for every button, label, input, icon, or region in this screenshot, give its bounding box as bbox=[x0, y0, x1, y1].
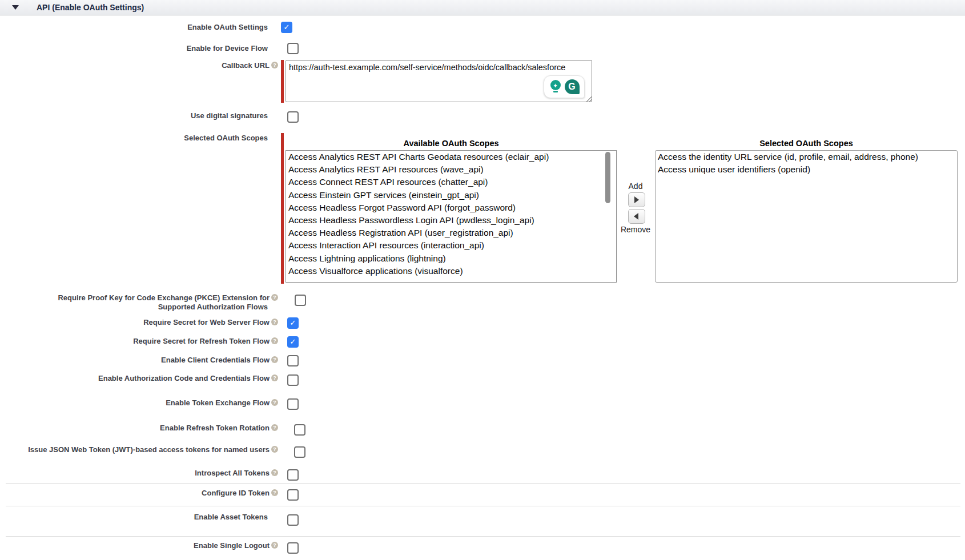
scope-option[interactable]: Access Interaction API resources (intera… bbox=[286, 239, 616, 252]
arrow-right-icon bbox=[634, 196, 639, 203]
grammarly-g-icon[interactable]: G bbox=[565, 79, 580, 94]
scope-option[interactable]: Access Lightning applications (lightning… bbox=[286, 252, 616, 265]
web-server-secret-checkbox[interactable] bbox=[287, 317, 299, 329]
add-scope-button[interactable] bbox=[628, 192, 645, 207]
help-icon[interactable] bbox=[271, 542, 278, 549]
section-title: API (Enable OAuth Settings) bbox=[37, 3, 144, 12]
scope-option[interactable]: Access Headless Registration API (user_r… bbox=[286, 227, 616, 239]
auth-code-creds-checkbox[interactable] bbox=[287, 374, 299, 386]
pkce-label: Require Proof Key for Code Exchange (PKC… bbox=[0, 293, 278, 311]
enable-oauth-checkbox[interactable] bbox=[281, 22, 292, 33]
section-divider bbox=[6, 536, 960, 537]
pkce-checkbox[interactable] bbox=[295, 295, 306, 306]
token-exchange-label: Enable Token Exchange Flow bbox=[0, 398, 278, 407]
help-icon[interactable] bbox=[271, 374, 278, 381]
refresh-rotation-checkbox[interactable] bbox=[294, 424, 305, 436]
remove-scope-button[interactable] bbox=[628, 209, 645, 224]
help-icon[interactable] bbox=[271, 469, 278, 476]
add-label: Add bbox=[618, 182, 653, 191]
token-exchange-checkbox[interactable] bbox=[287, 398, 299, 410]
help-icon[interactable] bbox=[271, 337, 278, 344]
section-divider bbox=[6, 484, 960, 484]
selected-scopes-header: Selected OAuth Scopes bbox=[655, 139, 958, 148]
scope-option[interactable]: Access Connect REST API resources (chatt… bbox=[286, 176, 616, 188]
callback-url-field: https://auth-test.example.com/self-servi… bbox=[286, 60, 592, 102]
available-scopes-list[interactable]: Access Analytics REST API Charts Geodata… bbox=[286, 150, 617, 283]
scope-option[interactable]: Access Headless Passwordless Login API (… bbox=[286, 214, 616, 227]
single-logout-label: Enable Single Logout bbox=[0, 541, 278, 550]
refresh-secret-checkbox[interactable] bbox=[287, 336, 299, 348]
collapse-triangle-icon[interactable] bbox=[12, 5, 19, 10]
client-credentials-checkbox[interactable] bbox=[287, 355, 299, 366]
help-icon[interactable] bbox=[271, 399, 278, 406]
help-icon[interactable] bbox=[271, 356, 278, 363]
help-icon[interactable] bbox=[271, 62, 278, 69]
jwt-tokens-checkbox[interactable] bbox=[294, 446, 305, 458]
refresh-rotation-label: Enable Refresh Token Rotation bbox=[0, 424, 278, 432]
oauth-settings-section: API (Enable OAuth Settings) Enable OAuth… bbox=[0, 0, 965, 560]
scope-option[interactable]: Access Analytics REST API Charts Geodata… bbox=[286, 151, 616, 163]
required-field-bar bbox=[281, 60, 284, 103]
scope-option[interactable]: Access Einstein GPT services (einstein_g… bbox=[286, 189, 616, 202]
available-scopes-header: Available OAuth Scopes bbox=[286, 139, 617, 148]
refresh-secret-label: Require Secret for Refresh Token Flow bbox=[0, 337, 278, 345]
client-credentials-label: Enable Client Credentials Flow bbox=[0, 356, 278, 364]
scope-option[interactable]: Access Visualforce applications (visualf… bbox=[286, 265, 616, 277]
jwt-tokens-label: Issue JSON Web Token (JWT)-based access … bbox=[0, 445, 278, 454]
configure-id-token-checkbox[interactable] bbox=[287, 489, 299, 501]
configure-id-token-label: Configure ID Token bbox=[0, 489, 278, 497]
remove-label: Remove bbox=[618, 225, 653, 234]
arrow-left-icon bbox=[634, 213, 638, 220]
introspect-checkbox[interactable] bbox=[287, 469, 299, 481]
auth-code-creds-label: Enable Authorization Code and Credential… bbox=[0, 374, 278, 382]
required-field-bar bbox=[281, 133, 284, 284]
help-icon[interactable] bbox=[271, 319, 278, 325]
help-icon[interactable] bbox=[271, 294, 278, 301]
scope-option[interactable]: Access the identity URL service (id, pro… bbox=[656, 151, 957, 163]
asset-tokens-label: Enable Asset Tokens bbox=[0, 513, 278, 521]
enable-oauth-label: Enable OAuth Settings bbox=[0, 23, 278, 31]
callback-url-label: Callback URL bbox=[0, 61, 278, 70]
help-icon[interactable] bbox=[271, 489, 278, 496]
introspect-label: Introspect All Tokens bbox=[0, 469, 278, 477]
help-icon[interactable] bbox=[271, 446, 278, 453]
asset-tokens-checkbox[interactable] bbox=[287, 514, 299, 526]
scope-option[interactable]: Access Analytics REST API resources (wav… bbox=[286, 163, 616, 176]
scope-option[interactable]: Access unique user identifiers (openid) bbox=[656, 163, 957, 176]
device-flow-checkbox[interactable] bbox=[287, 43, 299, 54]
grammarly-widget: G bbox=[544, 75, 585, 98]
grammarly-suggestion-icon[interactable] bbox=[549, 79, 562, 94]
section-divider bbox=[6, 506, 960, 506]
scope-option[interactable]: Access Headless Forgot Password API (for… bbox=[286, 202, 616, 214]
list-scrollbar-thumb[interactable] bbox=[605, 152, 610, 203]
help-icon[interactable] bbox=[271, 424, 278, 431]
selected-oauth-scopes-label: Selected OAuth Scopes bbox=[0, 134, 278, 142]
selected-scopes-list[interactable]: Access the identity URL service (id, pro… bbox=[655, 150, 958, 283]
web-server-secret-label: Require Secret for Web Server Flow bbox=[0, 318, 278, 327]
device-flow-label: Enable for Device Flow bbox=[0, 44, 278, 53]
digital-signatures-checkbox[interactable] bbox=[287, 111, 299, 123]
digital-signatures-label: Use digital signatures bbox=[0, 111, 278, 120]
section-header[interactable]: API (Enable OAuth Settings) bbox=[0, 0, 965, 15]
single-logout-checkbox[interactable] bbox=[287, 542, 299, 554]
